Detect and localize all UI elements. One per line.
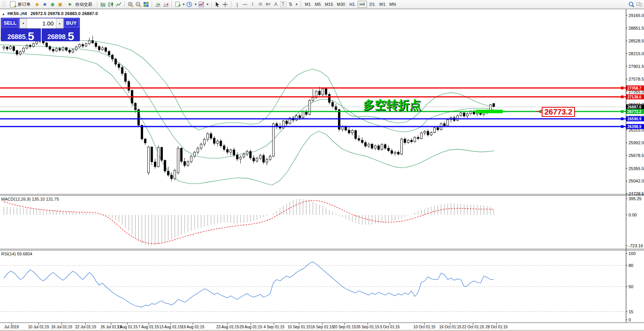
highlight-zone-box[interactable] <box>476 110 503 113</box>
chart-annotation-text[interactable]: 多空转折点 <box>363 97 421 113</box>
symbol-title: ▲ HK50-,H4 26972.5 26978.0 26883.0 26887… <box>2 11 98 16</box>
svg-text:27578.5: 27578.5 <box>629 77 644 81</box>
symbol-collapse-icon[interactable]: ▲ <box>2 12 5 16</box>
volume-increase-button[interactable]: ▲ <box>56 19 63 28</box>
trendline-tool-icon[interactable]: / <box>249 1 256 8</box>
volume-stepper: ▼ 1.00 ▲ <box>19 18 64 29</box>
search-icon[interactable] <box>628 1 635 8</box>
buy-button[interactable]: BUY <box>64 19 79 27</box>
panel-separators[interactable] <box>0 9 644 331</box>
svg-text:1 Aug 01:15: 1 Aug 01:15 <box>117 325 138 329</box>
sell-price[interactable]: 26885.5 <box>1 28 42 42</box>
text-tool-icon[interactable]: A <box>272 1 279 8</box>
tab-timeframe-mn[interactable]: MN <box>388 1 397 8</box>
chat-icon[interactable] <box>636 1 642 8</box>
svg-text:28 Oct 01:15: 28 Oct 01:15 <box>485 325 508 329</box>
periods-dropdown-icon[interactable]: ▼ <box>194 3 197 6</box>
macd-panel: 395.250.00-723.16 <box>4 196 643 248</box>
svg-text:10 Oct 01:15: 10 Oct 01:15 <box>413 325 436 329</box>
line-chart-icon[interactable] <box>115 1 122 8</box>
svg-text:25042.0: 25042.0 <box>629 179 644 183</box>
market-watch-icon[interactable]: ◆ <box>34 1 41 8</box>
svg-text:28215.0: 28215.0 <box>629 51 644 56</box>
tab-timeframe-m5[interactable]: M5 <box>313 1 323 8</box>
buy-price[interactable]: 26898.5 <box>42 28 80 42</box>
tab-timeframe-w1[interactable]: W1 <box>378 1 387 8</box>
svg-text:26590.9: 26590.9 <box>627 117 642 121</box>
tab-timeframe-d1[interactable]: D1 <box>368 1 377 8</box>
indicators-dropdown-icon[interactable]: ▼ <box>206 3 209 6</box>
volume-decrease-button[interactable]: ▼ <box>20 19 27 28</box>
bar-chart-icon[interactable] <box>100 1 106 8</box>
svg-text:15: 15 <box>629 309 633 314</box>
svg-text:13 Aug 01:15: 13 Aug 01:15 <box>159 325 182 329</box>
tile-windows-icon[interactable] <box>142 1 149 8</box>
arrows-dropdown-icon[interactable]: ▼ <box>295 3 298 6</box>
templates-icon[interactable] <box>174 1 181 8</box>
crosshair-icon[interactable] <box>222 1 229 8</box>
cursor-icon[interactable] <box>214 1 221 8</box>
svg-text:395.25: 395.25 <box>629 196 642 201</box>
auto-scroll-icon[interactable] <box>162 1 169 8</box>
svg-text:19 Aug 01:15: 19 Aug 01:15 <box>182 325 205 329</box>
tab-timeframe-h4[interactable]: H4 <box>358 1 367 8</box>
svg-text:28851.5: 28851.5 <box>629 26 644 30</box>
svg-text:27901.5: 27901.5 <box>629 64 644 69</box>
svg-text:26773.2: 26773.2 <box>627 110 642 114</box>
svg-text:28528.5: 28528.5 <box>629 39 644 43</box>
svg-text:100: 100 <box>629 251 636 256</box>
tab-timeframe-m1[interactable]: M1 <box>303 1 313 8</box>
svg-text:16 Sep 01:15: 16 Sep 01:15 <box>311 325 334 329</box>
svg-text:-723.16: -723.16 <box>629 243 643 248</box>
tab-timeframe-h1[interactable]: H1 <box>348 1 357 8</box>
svg-text:27138.0: 27138.0 <box>627 95 642 99</box>
label-tool-icon[interactable]: T <box>280 1 286 7</box>
price-chart[interactable]: 29165.028851.528528.528215.027901.527578… <box>0 0 644 331</box>
zoom-in-icon[interactable] <box>127 1 134 8</box>
svg-text:27358.7: 27358.7 <box>627 86 642 90</box>
svg-text:26398.9: 26398.9 <box>627 125 642 129</box>
periods-icon[interactable] <box>186 1 193 8</box>
new-order-label: 新订单 <box>18 2 30 7</box>
price-callout-label[interactable]: 26773.2 <box>542 107 575 117</box>
new-order-button[interactable]: + 新订单 <box>7 0 33 8</box>
svg-text:22 Oct 01:15: 22 Oct 01:15 <box>462 325 484 329</box>
horizontal-line-tool-icon[interactable]: — <box>242 1 248 8</box>
svg-text:0.00: 0.00 <box>629 213 637 217</box>
symbol-ohlc: 26972.5 26978.0 26883.0 26887.0 <box>30 11 98 16</box>
channel-tool-icon[interactable]: ⫽E <box>257 1 264 8</box>
candlestick-chart-icon[interactable] <box>107 1 114 8</box>
terminal-icon[interactable]: ▣ <box>57 1 64 8</box>
fibonacci-tool-icon[interactable]: ≣F <box>265 1 272 8</box>
svg-text:26887.0: 26887.0 <box>627 105 642 109</box>
tab-timeframe-m30[interactable]: M30 <box>335 1 347 8</box>
arrows-tool-icon[interactable]: ⇅ <box>287 1 294 8</box>
svg-text:16 Oct 01:15: 16 Oct 01:15 <box>439 325 461 329</box>
toolbar-grip[interactable] <box>3 1 5 7</box>
svg-text:25678.5: 25678.5 <box>629 153 644 158</box>
svg-text:20 Sep 01:15: 20 Sep 01:15 <box>333 325 356 329</box>
mt4-window: 29165.028851.528528.528215.027901.527578… <box>0 0 644 331</box>
vertical-line-tool-icon[interactable]: | <box>234 1 241 8</box>
sell-button[interactable]: SELL <box>2 19 19 27</box>
svg-text:Jul 2019: Jul 2019 <box>4 325 19 329</box>
toolbar: + 新订单 ◆ ☻ ◉ ▣ ▶ 自动交易 <box>0 0 644 9</box>
auto-trading-label: 自动交易 <box>75 2 92 7</box>
svg-text:23 Aug 01:15: 23 Aug 01:15 <box>216 325 239 329</box>
navigator-icon[interactable]: ◉ <box>49 1 56 8</box>
svg-text:50: 50 <box>629 284 633 289</box>
zoom-out-icon[interactable] <box>135 1 142 8</box>
svg-text:29165.0: 29165.0 <box>629 13 644 18</box>
volume-value[interactable]: 1.00 <box>27 19 56 28</box>
chart-shift-icon[interactable] <box>154 1 161 8</box>
templates-dropdown-icon[interactable]: ▼ <box>182 3 185 6</box>
indicators-icon[interactable] <box>198 1 205 8</box>
symbol-name: HK50-,H4 <box>7 11 27 16</box>
rsi-panel: 1008050150 <box>0 251 636 322</box>
svg-text:3 Oct 01:15: 3 Oct 01:15 <box>380 325 400 329</box>
auto-trading-button[interactable]: ▶ 自动交易 <box>64 0 95 8</box>
data-window-icon[interactable]: ☻ <box>41 1 48 8</box>
svg-text:25992.0: 25992.0 <box>629 140 644 145</box>
tab-timeframe-m15[interactable]: M15 <box>323 1 335 8</box>
one-click-trading-panel: SELL ▼ 1.00 ▲ BUY 26885.5 26898.5 <box>1 18 80 41</box>
